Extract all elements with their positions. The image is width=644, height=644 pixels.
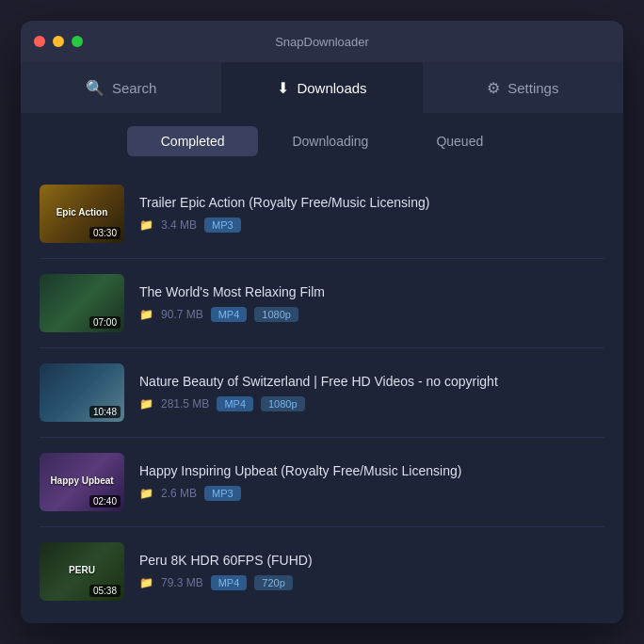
close-button[interactable]	[34, 36, 45, 47]
list-item[interactable]: Epic Action 03:30 Trailer Epic Action (R…	[40, 169, 604, 259]
duration-badge: 03:30	[89, 227, 121, 239]
tab-search[interactable]: 🔍 Search	[21, 62, 221, 113]
download-title: Trailer Epic Action (Royalty Free/Music …	[139, 195, 604, 210]
nav-tabs: 🔍 Search ⬇ Downloads ⚙ Settings	[21, 62, 623, 113]
file-size: 79.3 MB	[161, 576, 203, 589]
traffic-lights	[34, 36, 83, 47]
quality-badge: 720p	[254, 575, 292, 590]
download-info: Nature Beauty of Switzerland | Free HD V…	[139, 374, 604, 411]
duration-badge: 10:48	[89, 406, 121, 418]
tab-downloads[interactable]: ⬇ Downloads	[221, 62, 422, 113]
download-title: Peru 8K HDR 60FPS (FUHD)	[139, 553, 604, 568]
maximize-button[interactable]	[72, 36, 83, 47]
file-size: 90.7 MB	[161, 308, 203, 321]
duration-badge: 05:38	[89, 585, 121, 597]
thumbnail-label: Happy Upbeat	[44, 475, 120, 487]
download-info: Peru 8K HDR 60FPS (FUHD) 📁 79.3 MB MP4 7…	[139, 553, 604, 590]
folder-icon: 📁	[139, 218, 153, 232]
folder-icon: 📁	[139, 397, 153, 411]
file-size: 2.6 MB	[161, 487, 197, 500]
folder-icon: 📁	[139, 487, 153, 500]
format-badge: MP3	[204, 486, 241, 501]
download-info: The World's Most Relaxing Film 📁 90.7 MB…	[139, 284, 604, 322]
download-meta: 📁 281.5 MB MP4 1080p	[139, 396, 604, 411]
window-title: SnapDownloader	[275, 35, 369, 49]
download-title: Nature Beauty of Switzerland | Free HD V…	[139, 374, 604, 389]
main-window: SnapDownloader 🔍 Search ⬇ Downloads ⚙ Se…	[21, 21, 623, 623]
download-meta: 📁 3.4 MB MP3	[139, 217, 604, 233]
thumbnail-label: PERU	[44, 565, 120, 576]
download-meta: 📁 79.3 MB MP4 720p	[139, 575, 604, 590]
duration-badge: 07:00	[89, 316, 121, 329]
format-badge: MP4	[211, 575, 248, 590]
download-title: Happy Inspiring Upbeat (Royalty Free/Mus…	[139, 463, 604, 478]
download-meta: 📁 90.7 MB MP4 1080p	[139, 307, 604, 322]
tab-settings[interactable]: ⚙ Settings	[423, 62, 623, 113]
file-size: 3.4 MB	[161, 218, 197, 232]
folder-icon: 📁	[139, 576, 153, 589]
minimize-button[interactable]	[53, 36, 64, 47]
title-bar: SnapDownloader	[21, 21, 623, 62]
quality-badge: 1080p	[254, 307, 298, 322]
subtab-downloading[interactable]: Downloading	[258, 126, 402, 156]
format-badge: MP4	[211, 307, 248, 322]
sub-tabs: Completed Downloading Queued	[21, 113, 623, 169]
download-info: Trailer Epic Action (Royalty Free/Music …	[139, 195, 604, 233]
download-meta: 📁 2.6 MB MP3	[139, 486, 604, 501]
list-item[interactable]: 10:48 Nature Beauty of Switzerland | Fre…	[40, 348, 604, 438]
file-size: 281.5 MB	[161, 397, 209, 411]
folder-icon: 📁	[139, 308, 153, 321]
tab-settings-label: Settings	[507, 80, 558, 96]
thumbnail: PERU 05:38	[40, 542, 124, 601]
format-badge: MP3	[204, 217, 241, 233]
subtab-queued[interactable]: Queued	[402, 126, 517, 156]
duration-badge: 02:40	[89, 495, 121, 507]
download-title: The World's Most Relaxing Film	[139, 284, 604, 299]
quality-badge: 1080p	[261, 396, 305, 411]
list-item[interactable]: PERU 05:38 Peru 8K HDR 60FPS (FUHD) 📁 79…	[40, 527, 604, 616]
list-item[interactable]: Happy Upbeat 02:40 Happy Inspiring Upbea…	[40, 438, 604, 527]
thumbnail: Happy Upbeat 02:40	[40, 453, 124, 511]
thumbnail: Epic Action 03:30	[40, 185, 124, 243]
thumbnail-label: Epic Action	[44, 207, 120, 218]
thumbnail: 07:00	[40, 274, 124, 332]
search-icon: 🔍	[86, 79, 105, 97]
list-item[interactable]: 07:00 The World's Most Relaxing Film 📁 9…	[40, 259, 604, 348]
tab-search-label: Search	[112, 80, 157, 96]
thumbnail: 10:48	[40, 363, 124, 422]
format-badge: MP4	[217, 396, 253, 411]
gear-icon: ⚙	[487, 79, 500, 97]
download-icon: ⬇	[277, 79, 289, 97]
downloads-list: Epic Action 03:30 Trailer Epic Action (R…	[21, 169, 623, 623]
download-info: Happy Inspiring Upbeat (Royalty Free/Mus…	[139, 463, 604, 501]
tab-downloads-label: Downloads	[297, 80, 366, 96]
subtab-completed[interactable]: Completed	[127, 126, 259, 156]
